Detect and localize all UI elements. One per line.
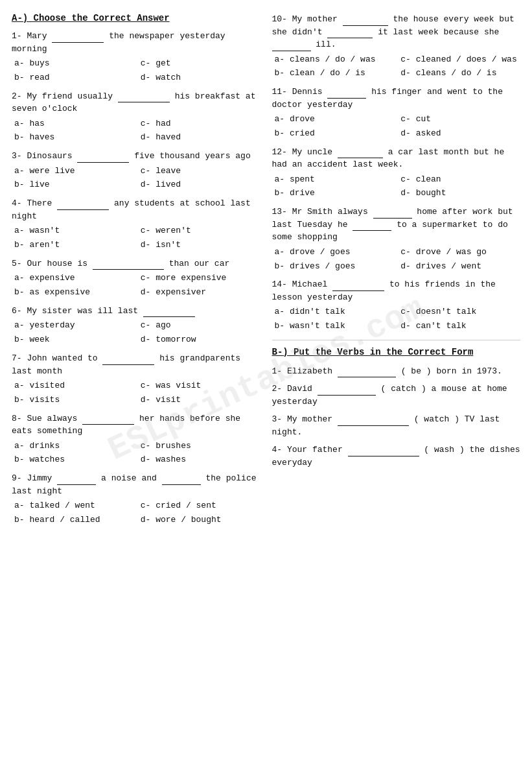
question-7: 7- John wanted to his grandparents last … bbox=[12, 352, 260, 407]
q6-option-d: d- tomorrow bbox=[141, 333, 260, 347]
q8-blank[interactable] bbox=[82, 416, 134, 425]
question-13: 13- Mr Smith always home after work but … bbox=[272, 206, 521, 273]
q14-option-a: a- didn't talk bbox=[275, 305, 395, 319]
q4-option-d: d- isn't bbox=[141, 239, 260, 252]
q13-text: 13- Mr Smith always bbox=[272, 207, 368, 217]
q1-option-b: b- read bbox=[14, 71, 134, 85]
q9-option-c: c- cried / sent bbox=[141, 499, 260, 513]
q9-blank1[interactable] bbox=[57, 476, 96, 485]
q13-blank1[interactable] bbox=[373, 209, 412, 219]
q12-option-d: d- bought bbox=[400, 187, 520, 200]
q3-text: 3- Dinosaurs bbox=[12, 151, 73, 161]
q11-options: a- drove c- cut b- cried d- asked bbox=[272, 113, 521, 141]
q13-options: a- drove / goes c- drove / was go b- dri… bbox=[272, 246, 521, 274]
q12-option-c: c- clean bbox=[400, 173, 520, 187]
bq3-blank[interactable] bbox=[338, 417, 409, 426]
q7-option-c: c- was visit bbox=[141, 379, 260, 393]
bq2-text: 2- David bbox=[272, 384, 312, 394]
question-4: 4- There any students at school last nig… bbox=[12, 197, 260, 252]
q8-option-d: d- washes bbox=[141, 453, 260, 467]
bq1-continuation: born in 1973. bbox=[436, 366, 502, 376]
q4-option-c: c- weren't bbox=[141, 224, 260, 238]
b-question-2: 2- David ( catch ) a mouse at home yeste… bbox=[272, 383, 521, 408]
q4-options: a- wasn't c- weren't b- aren't d- isn't bbox=[12, 224, 260, 252]
q10-option-c: c- cleaned / does / was bbox=[400, 53, 520, 67]
q12-option-a: a- spent bbox=[275, 173, 395, 187]
q10-option-b: b- clean / do / is bbox=[275, 67, 395, 80]
q2-text: 2- My friend usually bbox=[12, 91, 113, 101]
q13-option-b: b- drives / goes bbox=[275, 260, 395, 274]
question-9: 9- Jimmy a noise and the police last nig… bbox=[12, 472, 260, 527]
q2-option-a: a- has bbox=[14, 117, 134, 131]
bq1-verb: ( be ) bbox=[401, 366, 432, 376]
q1-text: 1- Mary bbox=[12, 31, 47, 41]
q4-blank[interactable] bbox=[57, 201, 109, 210]
bq3-text: 3- My mother bbox=[272, 414, 333, 424]
q1-blank[interactable] bbox=[52, 34, 104, 43]
q7-option-d: d- visit bbox=[141, 394, 260, 407]
right-column: 10- My mother the house every week but s… bbox=[272, 13, 521, 532]
q4-option-b: b- aren't bbox=[14, 239, 134, 252]
q9-blank2[interactable] bbox=[162, 476, 201, 485]
q9-option-b: b- heard / called bbox=[14, 514, 134, 527]
q6-option-b: b- week bbox=[14, 333, 134, 347]
bq1-text: 1- Elizabeth bbox=[272, 366, 333, 376]
q13-blank2[interactable] bbox=[353, 222, 391, 231]
bq2-blank[interactable] bbox=[318, 386, 376, 396]
q7-option-a: a- visited bbox=[14, 379, 134, 393]
q2-blank[interactable] bbox=[118, 93, 170, 102]
b-question-4: 4- Your father ( wash ) the dishes every… bbox=[272, 444, 521, 469]
q9-options: a- talked / went c- cried / sent b- hear… bbox=[12, 499, 260, 527]
q3-option-a: a- were live bbox=[14, 165, 134, 178]
q3-blank[interactable] bbox=[77, 154, 129, 163]
q10-text: 10- My mother bbox=[272, 14, 338, 24]
b-question-1: 1- Elizabeth ( be ) born in 1973. bbox=[272, 365, 521, 378]
bq2-verb: ( catch ) bbox=[381, 384, 426, 394]
q6-text: 6- My sister was ill last bbox=[12, 306, 138, 316]
q1-options: a- buys c- get b- read d- watch bbox=[12, 57, 260, 85]
q10-blank1[interactable] bbox=[343, 17, 388, 26]
question-8: 8- Sue always her hands before she eats … bbox=[12, 412, 260, 468]
q6-blank[interactable] bbox=[143, 308, 195, 317]
q3-option-b: b- live bbox=[14, 178, 134, 192]
q11-blank[interactable] bbox=[327, 89, 366, 99]
q8-text: 8- Sue always bbox=[12, 414, 77, 423]
q8-option-c: c- brushes bbox=[141, 440, 260, 453]
question-6: 6- My sister was ill last a- yesterday c… bbox=[12, 305, 260, 347]
q1-option-c: c- get bbox=[141, 57, 260, 71]
q10-option-a: a- cleans / do / was bbox=[275, 53, 395, 67]
q3-option-d: d- lived bbox=[141, 178, 260, 192]
q5-option-d: d- expensiver bbox=[141, 286, 260, 300]
q1-option-d: d- watch bbox=[141, 71, 260, 85]
q9-option-d: d- wore / bought bbox=[141, 514, 260, 527]
q3-continuation: five thousand years ago bbox=[134, 151, 250, 161]
q12-text: 12- My uncle bbox=[272, 147, 333, 157]
bq3-verb: ( watch ) bbox=[414, 414, 459, 424]
q6-option-a: a- yesterday bbox=[14, 319, 134, 333]
q7-blank[interactable] bbox=[102, 356, 154, 365]
q5-continuation: than our car bbox=[169, 259, 230, 268]
bq4-blank[interactable] bbox=[348, 447, 419, 456]
q10-blank2[interactable] bbox=[327, 29, 373, 38]
q5-option-a: a- expensive bbox=[14, 272, 134, 285]
q1-option-a: a- buys bbox=[14, 57, 134, 71]
page-layout: A-) Choose the Correct Answer 1- Mary th… bbox=[12, 13, 520, 532]
q9-option-a: a- talked / went bbox=[14, 499, 134, 513]
q5-option-b: b- as expensive bbox=[14, 286, 134, 300]
q5-blank[interactable] bbox=[93, 261, 164, 270]
q8-option-b: b- watches bbox=[14, 453, 134, 467]
question-11: 11- Dennis his finger and went to the do… bbox=[272, 86, 521, 141]
q12-options: a- spent c- clean b- drive d- bought bbox=[272, 173, 521, 201]
left-column: A-) Choose the Correct Answer 1- Mary th… bbox=[12, 13, 260, 532]
q13-option-c: c- drove / was go bbox=[400, 246, 520, 259]
q13-option-d: d- drives / went bbox=[400, 260, 520, 274]
q12-blank[interactable] bbox=[338, 149, 383, 158]
section-b-title: B-) Put the Verbs in the Correct Form bbox=[272, 347, 521, 357]
bq1-blank[interactable] bbox=[338, 368, 396, 377]
q14-option-b: b- wasn't talk bbox=[275, 320, 395, 333]
q10-blank3[interactable] bbox=[272, 42, 311, 51]
q11-option-c: c- cut bbox=[400, 113, 520, 126]
bq4-text: 4- Your father bbox=[272, 445, 343, 455]
q14-blank[interactable] bbox=[332, 282, 384, 291]
q6-options: a- yesterday c- ago b- week d- tomorrow bbox=[12, 319, 260, 347]
